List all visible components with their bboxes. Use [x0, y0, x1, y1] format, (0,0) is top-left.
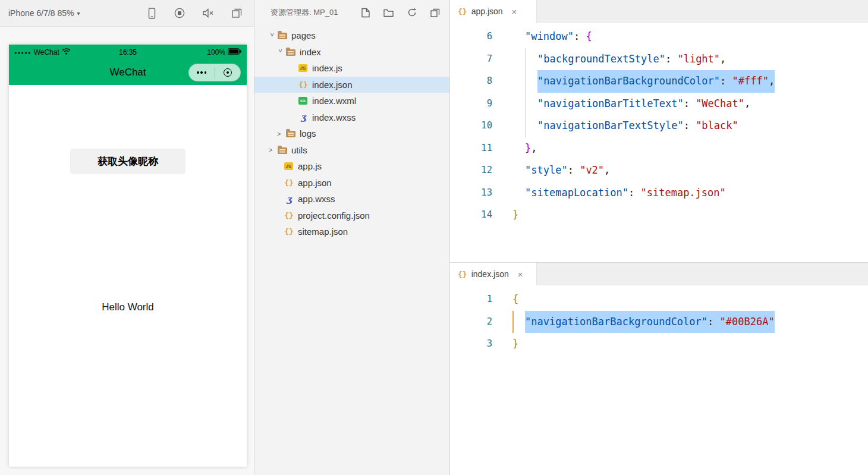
- editor-group: {} app.json × 6"window": {7"backgroundTe…: [450, 0, 868, 475]
- tree-item-label: index: [300, 47, 321, 57]
- tree-item-index.json[interactable]: {}index.json: [254, 77, 449, 93]
- tab-app-json[interactable]: {} app.json ×: [450, 0, 537, 23]
- line-number: 10: [450, 115, 492, 137]
- line-number: 13: [450, 182, 492, 205]
- refresh-icon[interactable]: [407, 8, 417, 17]
- chevron-right-icon: >: [277, 130, 286, 137]
- chevron-down-icon: >: [269, 33, 276, 42]
- collapse-folders-icon[interactable]: [430, 8, 440, 17]
- line-number: 9: [450, 93, 492, 115]
- hello-world-text: Hello World: [9, 301, 247, 313]
- tree-item-pages[interactable]: >pages: [254, 27, 449, 44]
- tree-item-utils[interactable]: >utils: [254, 142, 449, 159]
- code-line: 8"navigationBarBackgroundColor": "#fff",: [450, 70, 868, 93]
- detach-window-icon[interactable]: [232, 8, 242, 18]
- mute-icon[interactable]: [203, 8, 214, 18]
- code-token: "#fff": [732, 70, 769, 93]
- tree-item-label: project.config.json: [298, 210, 370, 221]
- tree-item-app.json[interactable]: {}app.json: [254, 175, 449, 191]
- code-token: ,: [720, 48, 726, 71]
- devtools-window: iPhone 6/7/8 85% ▾ ●●●●●: [0, 0, 868, 475]
- tab-index-json[interactable]: {} index.json ×: [450, 263, 537, 285]
- indent-guide: [525, 48, 537, 71]
- code-lines-1: 1{2"navigationBarBackgroundColor": "#00B…: [450, 288, 868, 356]
- code-token: {: [512, 288, 518, 311]
- explorer-header: 资源管理器: MP_01: [254, 0, 449, 25]
- tree-item-label: sitemap.json: [298, 227, 348, 237]
- indent-guide: [525, 70, 537, 93]
- close-icon[interactable]: ×: [518, 270, 523, 279]
- tree-item-sitemap.json[interactable]: {}sitemap.json: [254, 224, 449, 240]
- wxss-icon: ʒ: [284, 194, 294, 203]
- chevron-down-icon: >: [277, 49, 284, 58]
- code-line: 7"backgroundTextStyle": "light",: [450, 48, 868, 71]
- code-token: "style": [525, 159, 568, 182]
- exit-target-icon[interactable]: [215, 64, 241, 81]
- phone-screen: ●●●●● WeChat 16:35 100% WeChat: [9, 45, 247, 467]
- code-token: "navigationBarTextStyle": [537, 115, 684, 137]
- navigation-bar-title: WeChat: [109, 67, 146, 78]
- line-number: 8: [450, 70, 492, 93]
- code-token: "navigationBarBackgroundColor": [537, 70, 720, 93]
- js-icon: JS: [298, 64, 307, 72]
- tree-item-index.wxss[interactable]: ʒindex.wxss: [254, 109, 449, 126]
- tree-item-project.config.json[interactable]: {}project.config.json: [254, 207, 449, 224]
- line-number: 11: [450, 137, 492, 160]
- folder-icon: [278, 33, 287, 39]
- code-token: :: [665, 48, 677, 71]
- indent-guide: [525, 115, 537, 137]
- code-line: 1{: [450, 288, 868, 311]
- json-icon: {}: [298, 80, 308, 89]
- tree-item-index.wxml[interactable]: <>index.wxml: [254, 93, 449, 109]
- code-lines-0: 6"window": {7"backgroundTextStyle": "lig…: [450, 26, 868, 227]
- wxml-icon: <>: [298, 97, 307, 105]
- code-token: "WeChat": [696, 93, 744, 115]
- simulator-toolbar: iPhone 6/7/8 85% ▾: [0, 0, 254, 27]
- menu-dots-icon[interactable]: [189, 64, 215, 81]
- code-line: 14}: [450, 204, 868, 227]
- tree-item-label: app.js: [298, 161, 322, 171]
- new-file-icon[interactable]: [361, 8, 370, 18]
- file-tree: >pages>indexJSindex.js{}index.json<>inde…: [254, 25, 449, 240]
- chevron-right-icon: >: [269, 146, 278, 153]
- code-token: "sitemap.json": [640, 182, 725, 205]
- code-token: ,: [744, 93, 750, 115]
- tab-label: index.json: [471, 269, 509, 279]
- tree-item-logs[interactable]: >logs: [254, 125, 449, 142]
- code-token: "navigationBarBackgroundColor": [525, 311, 707, 334]
- json-file-icon: {}: [458, 270, 467, 279]
- tree-item-app.wxss[interactable]: ʒapp.wxss: [254, 191, 449, 207]
- code-area-app-json[interactable]: 6"window": {7"backgroundTextStyle": "lig…: [450, 23, 868, 262]
- code-token: "navigationBarTitleText": [537, 93, 684, 115]
- code-area-index-json[interactable]: 1{2"navigationBarBackgroundColor": "#00B…: [450, 285, 868, 475]
- code-line: 3}: [450, 333, 868, 356]
- battery-icon: [228, 48, 241, 56]
- json-icon: {}: [284, 178, 294, 187]
- device-selector[interactable]: iPhone 6/7/8 85% ▾: [8, 8, 80, 18]
- js-icon: JS: [284, 162, 293, 170]
- tree-item-index.js[interactable]: JSindex.js: [254, 60, 449, 77]
- mini-program-page: 获取头像昵称 Hello World: [9, 85, 247, 467]
- json-icon: {}: [284, 227, 294, 236]
- editor-index-json: {} index.json × 1{2"navigationBarBackgro…: [450, 262, 868, 475]
- new-folder-icon[interactable]: [383, 8, 394, 17]
- code-line: 10"navigationBarTextStyle": "black": [450, 115, 868, 137]
- explorer-actions: [361, 8, 440, 18]
- code-line: 13"sitemapLocation": "sitemap.json": [450, 182, 868, 205]
- tree-item-app.js[interactable]: JSapp.js: [254, 158, 449, 175]
- indent-guide: [525, 93, 537, 115]
- rotate-device-icon[interactable]: [147, 8, 156, 19]
- code-token: "v2": [580, 159, 604, 182]
- get-avatar-nickname-button[interactable]: 获取头像昵称: [70, 149, 185, 174]
- close-icon[interactable]: ×: [512, 7, 517, 16]
- code-token: }: [525, 137, 531, 160]
- stop-icon[interactable]: [174, 8, 185, 18]
- line-number: 12: [450, 159, 492, 182]
- explorer-panel: 资源管理器: MP_01 >pages>indexJSindex.js{}ind…: [254, 0, 450, 475]
- simulator-panel: iPhone 6/7/8 85% ▾ ●●●●●: [0, 0, 254, 475]
- code-token: :: [720, 70, 732, 93]
- code-token: }: [512, 204, 518, 227]
- code-token: :: [684, 93, 696, 115]
- tree-item-label: logs: [300, 128, 316, 139]
- tree-item-index[interactable]: >index: [254, 44, 449, 61]
